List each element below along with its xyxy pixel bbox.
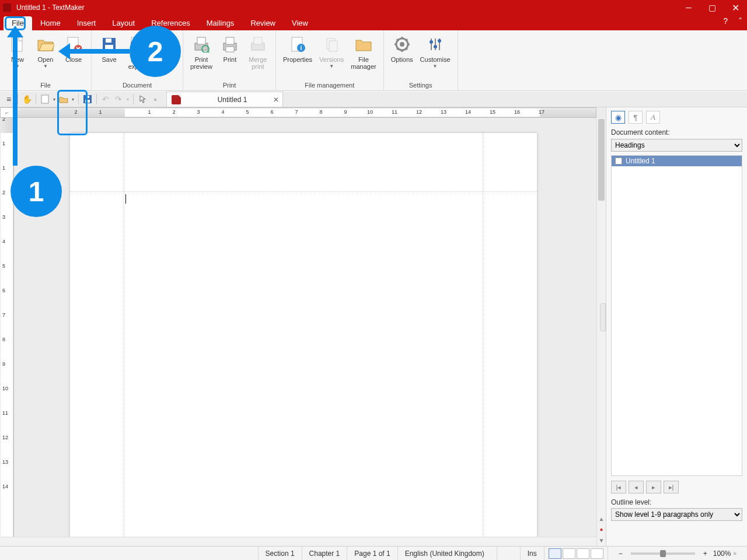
status-section[interactable]: Section 1: [259, 547, 302, 560]
document-area: 211234567891011121314: [0, 118, 596, 546]
horizontal-ruler[interactable]: 211234567891011121314151617: [14, 107, 596, 118]
open-button[interactable]: Open▼: [32, 33, 60, 70]
printpreview-button[interactable]: Printpreview: [187, 33, 216, 71]
svg-point-26: [400, 42, 404, 47]
qat-new-icon[interactable]: [39, 93, 51, 106]
zoom-slider[interactable]: [631, 552, 695, 555]
customise-button[interactable]: Customise▼: [417, 33, 454, 70]
options-icon: [393, 35, 411, 54]
filemanager-button[interactable]: Filemanager: [347, 33, 379, 71]
browse-object-icon[interactable]: ●: [599, 526, 603, 533]
status-insert-mode[interactable]: Ins: [521, 547, 544, 560]
qat-hand-icon[interactable]: ✋: [20, 93, 33, 106]
new-button[interactable]: New▼: [4, 33, 32, 70]
outline-tree[interactable]: Untitled 1: [611, 155, 742, 476]
view-outline-button[interactable]: [577, 548, 589, 559]
outline-level-select[interactable]: Show level 1-9 paragraphs only: [611, 508, 742, 521]
group-label-print: Print: [183, 80, 275, 90]
svg-rect-19: [254, 37, 262, 44]
group-label-file-management: File management: [276, 80, 383, 90]
maximize-button[interactable]: ▢: [700, 0, 724, 15]
page[interactable]: [70, 133, 537, 546]
ruler-row: ⌐ 211234567891011121314151617: [0, 107, 596, 118]
zoom-value[interactable]: 100%: [711, 550, 734, 558]
svg-rect-6: [106, 38, 111, 43]
status-chapter[interactable]: Chapter 1: [302, 547, 348, 560]
ruler-corner[interactable]: ⌐: [0, 107, 14, 118]
status-language[interactable]: English (United Kingdom): [398, 547, 497, 560]
tab-review[interactable]: Review: [242, 16, 284, 30]
annotation-arrow-1: [13, 30, 18, 166]
qat-new-caret[interactable]: ▾: [51, 93, 57, 106]
ribbon: New▼Open▼CloseFileSavePDFPDFexportSendDo…: [0, 30, 747, 91]
quick-access-toolbar: ≡ ✋ ▾ ▾ ↶ ↷ ▾ » Untitled 1 ✕: [0, 91, 747, 107]
nav-next-button[interactable]: ▸: [646, 481, 661, 494]
scrollbar-thumb[interactable]: [598, 119, 605, 201]
properties-button[interactable]: iProperties: [280, 33, 316, 71]
text-cursor: [125, 194, 126, 204]
zoom-in-button[interactable]: +: [700, 550, 711, 558]
nav-last-button[interactable]: ▸|: [664, 481, 679, 494]
help-button[interactable]: ?: [723, 16, 728, 26]
nav-prev-button[interactable]: ◂: [629, 481, 644, 494]
view-master-button[interactable]: [563, 548, 575, 559]
tab-insert[interactable]: Insert: [69, 16, 104, 30]
svg-point-39: [434, 45, 437, 48]
view-web-button[interactable]: [591, 548, 603, 559]
qat-cursor-icon[interactable]: [136, 93, 149, 106]
tree-node[interactable]: Untitled 1: [612, 156, 742, 166]
minimize-button[interactable]: ─: [677, 0, 700, 15]
nav-first-button[interactable]: |◂: [611, 481, 626, 494]
mergeprint-button: Mergeprint: [244, 33, 272, 71]
versions-label: Versions: [319, 56, 344, 63]
sidepanel-tab-styles[interactable]: A: [646, 111, 660, 124]
close-button[interactable]: ✕: [724, 0, 747, 15]
status-page[interactable]: Page 1 of 1: [347, 547, 397, 560]
qat-open-caret[interactable]: ▾: [70, 93, 76, 106]
options-label: Options: [391, 56, 413, 63]
print-label: Print: [224, 56, 237, 63]
tab-home[interactable]: Home: [32, 16, 69, 30]
horizontal-scrollbar[interactable]: [0, 537, 596, 546]
qat-save-icon[interactable]: [81, 93, 94, 106]
zoom-out-button[interactable]: −: [615, 550, 626, 558]
printpreview-label: Printpreview: [190, 56, 212, 70]
menu-tabs: File Home Insert Layout References Maili…: [0, 15, 747, 30]
tab-layout[interactable]: Layout: [104, 16, 143, 30]
collapse-ribbon-button[interactable]: ˄: [738, 16, 742, 26]
next-page-icon[interactable]: ▼: [599, 537, 605, 544]
svg-point-38: [430, 40, 433, 44]
qat-undo-caret[interactable]: ▾: [125, 93, 131, 106]
qat-overflow-icon[interactable]: »: [149, 93, 162, 106]
customise-caret-icon: ▼: [433, 64, 438, 69]
tab-mailings[interactable]: Mailings: [198, 16, 243, 30]
tree-node-label: Untitled 1: [626, 157, 655, 165]
qat-open-icon[interactable]: [57, 93, 70, 106]
qat-undo-icon[interactable]: ↶: [99, 93, 112, 106]
svg-rect-12: [197, 37, 205, 44]
sidepanel-tab-formatting[interactable]: ¶: [629, 111, 643, 124]
properties-icon: i: [288, 35, 307, 54]
document-tab-label: Untitled 1: [187, 96, 278, 104]
prev-page-icon[interactable]: ▲: [599, 516, 605, 522]
content-type-select[interactable]: Headings: [611, 139, 742, 152]
sidepanel-tab-navigator[interactable]: ◉: [611, 111, 625, 124]
filemanager-label: Filemanager: [351, 56, 376, 70]
svg-rect-41: [41, 95, 48, 103]
options-button[interactable]: Options: [388, 33, 417, 70]
sidepanel-grip[interactable]: [600, 303, 606, 331]
svg-text:i: i: [301, 45, 302, 51]
qat-redo-icon[interactable]: ↷: [112, 93, 125, 106]
printpreview-icon: [192, 35, 211, 54]
mergeprint-icon: [249, 35, 267, 54]
close-document-icon[interactable]: ✕: [273, 96, 279, 104]
app-icon: [0, 4, 14, 12]
svg-rect-17: [226, 47, 234, 52]
tree-node-checkbox[interactable]: [615, 158, 622, 164]
svg-line-32: [406, 48, 407, 50]
print-button[interactable]: Print: [216, 33, 244, 71]
view-normal-button[interactable]: [549, 548, 561, 559]
document-tab[interactable]: Untitled 1 ✕: [166, 92, 283, 107]
zoom-overflow-icon[interactable]: »: [733, 550, 740, 556]
tab-view[interactable]: View: [284, 16, 316, 30]
